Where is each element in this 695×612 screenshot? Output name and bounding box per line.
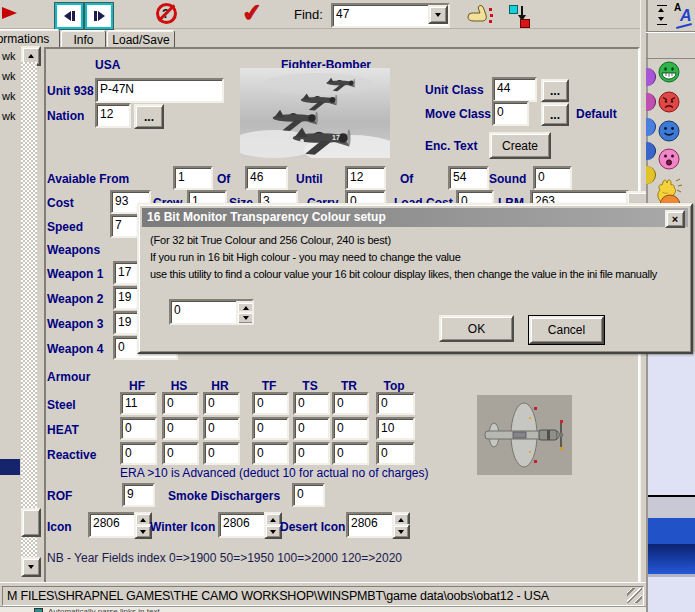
colour-value-spinner[interactable] <box>236 301 251 321</box>
colour-value-field[interactable]: 0 <box>169 299 254 325</box>
find-combobox[interactable]: 47 <box>331 3 450 28</box>
icon-field[interactable]: 2806 <box>88 512 137 538</box>
dialog-close-button[interactable]: × <box>665 210 685 228</box>
move-class-browse-button[interactable]: ... <box>541 103 569 126</box>
no-entry-icon[interactable]: ? <box>156 3 177 24</box>
reactive-top[interactable]: 0 <box>376 442 415 465</box>
smiley-angry-icon[interactable] <box>658 91 680 113</box>
smiley-partial-blue2[interactable] <box>646 142 656 160</box>
transparency-tool-icon[interactable] <box>508 4 530 26</box>
smoke-field[interactable]: 0 <box>292 483 325 507</box>
unit-class-field[interactable]: 44 <box>492 77 537 102</box>
armour-col-hf: HF <box>120 379 154 393</box>
country-title: USA <box>95 58 120 72</box>
smiley-partial-magenta[interactable] <box>646 93 656 111</box>
desert-icon-field[interactable]: 2806 <box>346 512 395 538</box>
arrow-up-icon <box>28 54 34 58</box>
until-of-field[interactable]: 54 <box>448 166 489 190</box>
list-item[interactable]: wk <box>2 50 15 62</box>
move-class-label: Move Class <box>425 107 491 121</box>
steel-hf[interactable]: 11 <box>120 392 157 415</box>
winter-icon-spinner[interactable] <box>264 512 278 536</box>
heat-ts[interactable]: 0 <box>293 417 330 440</box>
dialog-line1: (For 32 bit True Colour and 256 Colour, … <box>150 234 391 246</box>
list-item-selected[interactable] <box>0 459 20 475</box>
steel-tr[interactable]: 0 <box>332 392 369 415</box>
resize-grip[interactable] <box>627 588 642 603</box>
unit-name-field[interactable]: P-47N <box>95 78 224 103</box>
unit-list[interactable]: wk wk wk wk <box>0 47 20 580</box>
next-unit-button[interactable] <box>85 3 113 29</box>
smiley-surprised-icon[interactable] <box>658 148 680 170</box>
reactive-hf[interactable]: 0 <box>120 442 157 465</box>
armour-col-hr: HR <box>203 379 237 393</box>
pointing-hand-icon[interactable] <box>466 5 494 25</box>
sound-field[interactable]: 0 <box>533 166 572 190</box>
steel-ts[interactable]: 0 <box>293 392 330 415</box>
spin-up-icon <box>243 306 249 310</box>
list-item[interactable]: wk <box>2 110 15 122</box>
webpage-background <box>648 352 695 612</box>
smiley-partial-purple[interactable] <box>646 68 656 86</box>
heat-label: HEAT <box>47 423 79 437</box>
reactive-tf[interactable]: 0 <box>252 442 289 465</box>
winter-icon-field[interactable]: 2806 <box>218 512 267 538</box>
heat-hs[interactable]: 0 <box>162 417 199 440</box>
rof-field[interactable]: 9 <box>122 483 155 507</box>
font-color-icon[interactable]: A A <box>674 2 694 30</box>
armour-col-tf: TF <box>252 379 286 393</box>
nation-field[interactable]: 12 <box>95 103 131 128</box>
reactive-tr[interactable]: 0 <box>332 442 369 465</box>
smiley-blue-icon[interactable] <box>658 120 680 142</box>
available-of-field[interactable]: 46 <box>245 166 288 190</box>
steel-top[interactable]: 0 <box>376 392 415 415</box>
heat-hf[interactable]: 0 <box>120 417 157 440</box>
create-button[interactable]: Create <box>489 132 551 159</box>
line-spacing-icon[interactable] <box>656 5 668 27</box>
steel-hr[interactable]: 0 <box>203 392 240 415</box>
smiley-partial-blue[interactable] <box>646 118 656 136</box>
find-dropdown-button[interactable] <box>428 5 448 24</box>
heat-hr[interactable]: 0 <box>203 417 240 440</box>
unit-class-browse-button[interactable]: ... <box>541 79 569 102</box>
scrollbar-track[interactable] <box>21 62 37 557</box>
prev-unit-button[interactable] <box>55 3 83 29</box>
svg-text:17: 17 <box>332 134 340 141</box>
until-field[interactable]: 12 <box>345 166 386 190</box>
armour-col-hs: HS <box>162 379 196 393</box>
available-from-field[interactable]: 1 <box>173 166 213 190</box>
list-item[interactable]: wk <box>2 90 15 102</box>
find-value: 47 <box>336 7 349 21</box>
scrollbar-thumb[interactable] <box>21 508 41 537</box>
steel-hs[interactable]: 0 <box>162 392 199 415</box>
heat-tf[interactable]: 0 <box>252 417 289 440</box>
scrollbar-down-button[interactable] <box>21 557 41 577</box>
armour-col-top: Top <box>376 379 412 393</box>
desert-icon-label: Desert Icon <box>280 520 345 534</box>
weapons-title: Weapons <box>47 243 100 257</box>
dialog-titlebar[interactable]: 16 Bit Monitor Transparency Colour setup… <box>142 208 688 227</box>
move-class-field[interactable]: 0 <box>492 101 529 126</box>
spin-up-icon <box>270 518 276 522</box>
reactive-hr[interactable]: 0 <box>203 442 240 465</box>
icon-spinner[interactable] <box>134 512 148 536</box>
spin-down-icon <box>140 530 146 534</box>
heat-top[interactable]: 10 <box>376 417 415 440</box>
winter-icon-label: Winter Icon <box>150 520 215 534</box>
unit-icon-sprite <box>477 395 572 475</box>
heat-tr[interactable]: 0 <box>332 417 369 440</box>
reactive-hs[interactable]: 0 <box>162 442 199 465</box>
reactive-ts[interactable]: 0 <box>293 442 330 465</box>
desert-icon-spinner[interactable] <box>392 512 406 536</box>
of2-label: Of <box>400 172 413 186</box>
steel-tf[interactable]: 0 <box>252 392 289 415</box>
arrow-down-icon <box>28 565 34 569</box>
cancel-button[interactable]: Cancel <box>529 316 604 344</box>
unit-photo: 17 <box>240 68 390 158</box>
ok-button[interactable]: OK <box>439 315 514 342</box>
smiley-grin-icon[interactable] <box>658 61 680 83</box>
nation-browse-button[interactable]: ... <box>134 104 164 129</box>
list-item[interactable]: wk <box>2 70 15 82</box>
spin-up-icon <box>398 518 404 522</box>
confirm-check-icon[interactable]: ✔ <box>241 0 264 28</box>
